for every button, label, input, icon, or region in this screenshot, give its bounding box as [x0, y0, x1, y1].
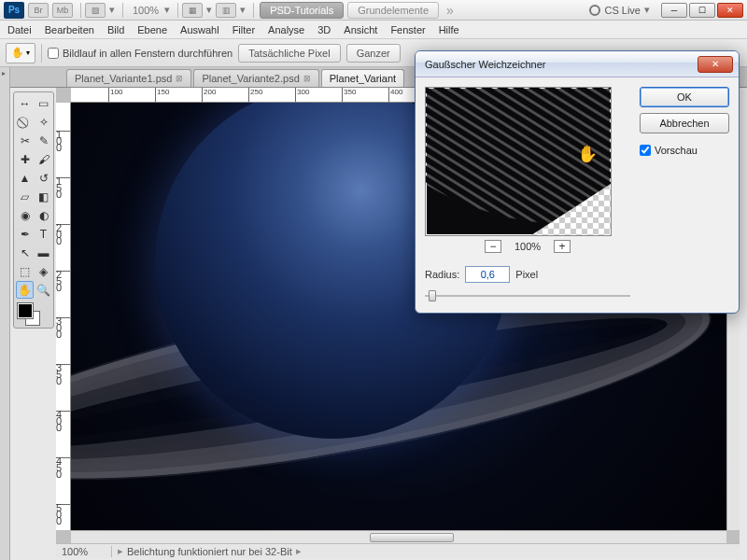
- eyedropper-tool-icon[interactable]: ✎: [35, 132, 52, 149]
- preview-checkbox[interactable]: Vorschau: [640, 145, 729, 156]
- marquee-tool-icon[interactable]: ▭: [35, 94, 52, 112]
- cs-live-button[interactable]: CS Live▾: [589, 4, 654, 16]
- type-tool-icon[interactable]: T: [35, 225, 52, 243]
- photoshop-icon: Ps: [4, 2, 24, 19]
- healing-tool-icon[interactable]: ✚: [16, 150, 34, 168]
- menu-filter[interactable]: Filter: [233, 24, 255, 35]
- menu-bar: Datei Bearbeiten Bild Ebene Auswahl Filt…: [0, 21, 747, 39]
- dialog-title: Gaußscher Weichzeichner: [425, 59, 545, 70]
- workspace-tab-psdtutorials[interactable]: PSD-Tutorials: [260, 2, 344, 19]
- tools-panel: ↔ ▭ ⃠ ✧ ✂ ✎ ✚ 🖌 ▲ ↺ ▱ ◧ ◉ ◐ ✒ T ↖ ▬ ⬚ ◈ …: [13, 91, 54, 329]
- radius-slider[interactable]: [425, 288, 630, 303]
- 3d-camera-icon[interactable]: ◈: [35, 262, 52, 280]
- menu-ansicht[interactable]: Ansicht: [344, 24, 377, 35]
- view-extras-icon[interactable]: ▥: [216, 3, 236, 18]
- menu-hilfe[interactable]: Hilfe: [439, 24, 459, 35]
- menu-auswahl[interactable]: Auswahl: [180, 24, 219, 35]
- menu-ebene[interactable]: Ebene: [137, 24, 167, 35]
- crop-tool-icon[interactable]: ✂: [16, 132, 34, 149]
- zoom-out-button[interactable]: −: [485, 240, 501, 253]
- dialog-close-button[interactable]: ✕: [698, 56, 733, 73]
- zoom-in-button[interactable]: +: [554, 240, 571, 253]
- dodge-tool-icon[interactable]: ◐: [35, 206, 52, 224]
- wand-tool-icon[interactable]: ✧: [35, 113, 52, 131]
- menu-fenster[interactable]: Fenster: [390, 24, 425, 35]
- close-icon[interactable]: ⊠: [303, 74, 311, 83]
- eraser-tool-icon[interactable]: ▱: [16, 188, 34, 205]
- ruler-vertical: 100 150 200 250 300 350 400 450 500: [56, 103, 71, 530]
- hand-cursor-icon: ✋: [577, 144, 598, 164]
- fit-screen-button[interactable]: Ganzer: [346, 44, 401, 63]
- stamp-tool-icon[interactable]: ▲: [16, 169, 34, 187]
- menu-bild[interactable]: Bild: [107, 24, 124, 35]
- ok-button[interactable]: OK: [640, 87, 729, 107]
- gaussian-blur-dialog: Gaußscher Weichzeichner ✕ ✋ − 100% + Rad…: [415, 50, 740, 314]
- app-header: Ps Br Mb ▧▾ 100%▾ ▦▾ ▥▾ PSD-Tutorials Gr…: [0, 0, 747, 21]
- close-button[interactable]: ✕: [717, 3, 743, 18]
- scroll-all-checkbox[interactable]: Bildlauf in allen Fenstern durchführen: [48, 48, 233, 59]
- history-brush-icon[interactable]: ↺: [35, 169, 52, 187]
- minimize-button[interactable]: ─: [661, 3, 687, 18]
- tool-preset[interactable]: ✋▾: [6, 43, 35, 63]
- close-icon[interactable]: ⊠: [176, 74, 183, 83]
- path-tool-icon[interactable]: ↖: [16, 244, 34, 261]
- blur-tool-icon[interactable]: ◉: [16, 206, 34, 224]
- radius-unit: Pixel: [515, 269, 538, 280]
- doc-tab-2[interactable]: Planet_Variante2.psd⊠: [193, 69, 318, 87]
- zoom-tool-icon[interactable]: 🔍: [35, 281, 52, 299]
- menu-datei[interactable]: Datei: [7, 24, 32, 35]
- doc-tab-3[interactable]: Planet_Variant: [321, 69, 404, 87]
- doc-tab-1[interactable]: Planet_Variante1.psd⊠: [66, 69, 191, 87]
- workspace-more-icon[interactable]: »: [446, 3, 454, 18]
- move-tool-icon[interactable]: ↔: [16, 94, 34, 112]
- bridge-icon[interactable]: Br: [28, 3, 49, 18]
- pen-tool-icon[interactable]: ✒: [16, 225, 34, 243]
- menu-3d[interactable]: 3D: [317, 24, 331, 35]
- status-zoom[interactable]: 100%: [56, 546, 112, 557]
- brush-tool-icon[interactable]: 🖌: [35, 150, 52, 168]
- minibridge-icon[interactable]: Mb: [52, 3, 73, 18]
- maximize-button[interactable]: ☐: [689, 3, 715, 18]
- dialog-titlebar[interactable]: Gaußscher Weichzeichner ✕: [416, 51, 739, 77]
- preview-zoom-level: 100%: [514, 241, 541, 252]
- 3d-tool-icon[interactable]: ⬚: [16, 262, 34, 280]
- arrange-icon[interactable]: ▦: [182, 3, 203, 18]
- collapsed-panel-strip[interactable]: [0, 67, 10, 560]
- color-swatches[interactable]: [16, 301, 52, 326]
- radius-label: Radius:: [425, 269, 459, 280]
- lasso-tool-icon[interactable]: ⃠: [16, 113, 34, 131]
- scrollbar-horizontal[interactable]: [71, 530, 726, 543]
- shape-tool-icon[interactable]: ▬: [35, 244, 52, 261]
- menu-analyse[interactable]: Analyse: [268, 24, 304, 35]
- gradient-tool-icon[interactable]: ◧: [35, 188, 52, 205]
- screen-mode-icon[interactable]: ▧: [85, 3, 106, 18]
- zoom-level[interactable]: 100%: [133, 5, 159, 16]
- actual-pixels-button[interactable]: Tatsächliche Pixel: [238, 44, 340, 63]
- hand-tool-icon[interactable]: ✋: [16, 281, 34, 299]
- status-info: ▸Belichtung funktioniert nur bei 32-Bit▸: [112, 545, 302, 557]
- cancel-button[interactable]: Abbrechen: [640, 113, 729, 133]
- menu-bearbeiten[interactable]: Bearbeiten: [45, 24, 94, 35]
- radius-input[interactable]: [465, 266, 510, 283]
- status-bar: 100% ▸Belichtung funktioniert nur bei 32…: [56, 543, 740, 558]
- workspace-tab-grundelemente[interactable]: Grundelemente: [347, 2, 439, 19]
- filter-preview[interactable]: ✋: [425, 87, 612, 236]
